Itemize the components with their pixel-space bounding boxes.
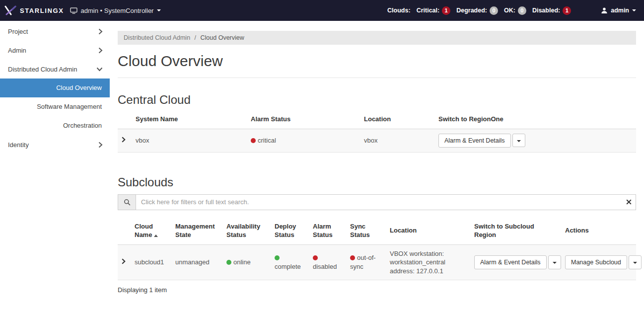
counter-critical-badge: 1 bbox=[442, 6, 450, 15]
alarm-event-details-dropdown-button[interactable] bbox=[548, 255, 561, 269]
counter-disabled-label: Disabled: bbox=[532, 7, 560, 14]
col-header-location: Location bbox=[386, 217, 470, 245]
system-monitor-icon bbox=[70, 7, 77, 14]
alarm-event-details-button[interactable]: Alarm & Event Details bbox=[474, 255, 547, 269]
central-cloud-heading: Central Cloud bbox=[118, 93, 636, 107]
alarm-status-text: critical bbox=[258, 137, 276, 144]
disabled-status-dot bbox=[313, 255, 318, 260]
counter-degraded-badge: 0 bbox=[490, 6, 498, 15]
starlingx-logo-icon bbox=[4, 5, 17, 15]
sidebar-item-identity[interactable]: Identity bbox=[0, 135, 110, 154]
sidebar-item-distributed-cloud-admin[interactable]: Distributed Cloud Admin bbox=[0, 60, 110, 79]
filter-input[interactable] bbox=[136, 194, 636, 210]
col-header-expand bbox=[118, 217, 131, 245]
counter-ok-badge: 0 bbox=[518, 6, 526, 15]
col-header-management-state: Management State bbox=[171, 217, 222, 245]
col-header-cloud-name[interactable]: Cloud Name bbox=[131, 217, 171, 245]
sidebar-item-admin[interactable]: Admin bbox=[0, 41, 110, 60]
cell-sync-status: out-of-sync bbox=[346, 244, 386, 280]
sidebar-item-label: Identity bbox=[8, 141, 29, 149]
col-header-system-name: System Name bbox=[132, 110, 247, 129]
cell-deploy-status: complete bbox=[271, 244, 309, 280]
topbar-status-area: Clouds: Critical: 1 Degraded: 0 OK: 0 Di… bbox=[387, 6, 636, 15]
counter-critical[interactable]: Critical: 1 bbox=[417, 6, 451, 15]
search-icon bbox=[124, 199, 131, 206]
search-button[interactable] bbox=[118, 194, 136, 210]
cell-alarm-status: critical bbox=[247, 129, 360, 152]
cell-system-name: vbox bbox=[132, 129, 247, 152]
sidebar-item-label: Orchestration bbox=[63, 122, 102, 129]
expand-row-icon[interactable] bbox=[122, 137, 126, 143]
subclouds-heading: Subclouds bbox=[118, 175, 636, 189]
topbar: STARLINGX admin • SystemController Cloud… bbox=[0, 0, 644, 21]
region-context-label: admin • SystemController bbox=[81, 7, 154, 14]
cell-switch-subcloud-region: Alarm & Event Details bbox=[470, 244, 561, 280]
cell-switch-regionone: Alarm & Event Details bbox=[434, 129, 636, 152]
cell-availability-status: online bbox=[222, 244, 271, 280]
brand[interactable]: STARLINGX bbox=[4, 5, 64, 15]
region-context-menu[interactable]: admin • SystemController bbox=[70, 7, 161, 14]
col-header-expand bbox=[118, 110, 132, 129]
page-title: Cloud Overview bbox=[118, 53, 636, 78]
sidebar-item-orchestration[interactable]: Orchestration bbox=[0, 116, 110, 135]
counter-disabled[interactable]: Disabled: 1 bbox=[532, 6, 571, 15]
complete-status-dot bbox=[275, 255, 280, 260]
subclouds-header-row: Cloud Name Management State Availability… bbox=[118, 217, 636, 245]
breadcrumb-separator: / bbox=[195, 34, 196, 41]
cell-management-state: unmanaged bbox=[171, 244, 222, 280]
manage-subcloud-button[interactable]: Manage Subcloud bbox=[565, 255, 627, 269]
chevron-down-icon bbox=[517, 140, 521, 142]
filter-bar bbox=[118, 194, 636, 210]
counter-ok-label: OK: bbox=[504, 7, 515, 14]
chevron-right-icon bbox=[98, 47, 103, 54]
col-header-switch-subcloud-region: Switch to Subcloud Region bbox=[470, 217, 561, 245]
col-header-actions: Actions bbox=[561, 217, 636, 245]
chevron-right-icon bbox=[98, 142, 103, 148]
col-header-alarm-status: Alarm Status bbox=[247, 110, 360, 129]
app-window: STARLINGX admin • SystemController Cloud… bbox=[0, 0, 644, 315]
sort-ascending-icon bbox=[154, 235, 158, 237]
sidebar-item-label: Distributed Cloud Admin bbox=[8, 66, 77, 73]
col-header-alarm-status: Alarm Status bbox=[309, 217, 346, 245]
counter-degraded[interactable]: Degraded: 0 bbox=[456, 6, 498, 15]
sidebar-item-software-management[interactable]: Software Management bbox=[0, 97, 110, 116]
deploy-status-text: complete bbox=[275, 263, 301, 270]
counter-critical-label: Critical: bbox=[417, 7, 440, 14]
col-header-sync-status: Sync Status bbox=[346, 217, 386, 245]
sidebar-item-project[interactable]: Project bbox=[0, 22, 110, 41]
user-icon bbox=[601, 7, 608, 14]
sidebar-item-cloud-overview[interactable]: Cloud Overview bbox=[0, 79, 110, 97]
counter-disabled-badge: 1 bbox=[563, 6, 571, 15]
brand-text: STARLINGX bbox=[20, 7, 64, 14]
clear-filter-icon[interactable] bbox=[626, 199, 632, 205]
central-cloud-header-row: System Name Alarm Status Location Switch… bbox=[118, 110, 636, 129]
counter-ok[interactable]: OK: 0 bbox=[504, 6, 526, 15]
sidebar-item-label: Project bbox=[8, 28, 28, 35]
cell-location: VBOX workstation: workstation_central ad… bbox=[386, 244, 470, 280]
chevron-down-icon bbox=[553, 262, 557, 264]
sidebar-item-label: Admin bbox=[8, 47, 26, 54]
manage-subcloud-dropdown-button[interactable] bbox=[629, 255, 642, 269]
col-header-switch-regionone: Switch to RegionOne bbox=[434, 110, 636, 129]
table-row: subcloud1 unmanaged online complete disa… bbox=[118, 244, 636, 280]
cell-alarm-status: disabled bbox=[309, 244, 346, 280]
chevron-down-icon bbox=[633, 262, 637, 264]
sidebar-item-label: Software Management bbox=[37, 103, 102, 110]
expand-row-icon[interactable] bbox=[122, 258, 126, 264]
sidebar: Project Admin Distributed Cloud Admin Cl… bbox=[0, 21, 110, 315]
cell-actions: Manage Subcloud bbox=[561, 244, 636, 280]
user-menu[interactable]: admin bbox=[601, 7, 636, 14]
online-status-dot bbox=[226, 260, 231, 265]
central-cloud-table: System Name Alarm Status Location Switch… bbox=[118, 110, 636, 153]
cell-cloud-name: subcloud1 bbox=[131, 244, 171, 280]
alarm-status-text: disabled bbox=[313, 263, 337, 270]
chevron-down-icon bbox=[157, 9, 161, 11]
out-of-sync-status-dot bbox=[350, 255, 355, 260]
chevron-down-icon bbox=[632, 9, 636, 11]
breadcrumb-parent[interactable]: Distributed Cloud Admin bbox=[124, 34, 190, 41]
table-footer: Displaying 1 item bbox=[118, 286, 636, 294]
col-header-deploy-status: Deploy Status bbox=[271, 217, 309, 245]
alarm-event-details-button[interactable]: Alarm & Event Details bbox=[438, 134, 511, 148]
alarm-event-details-dropdown-button[interactable] bbox=[512, 134, 525, 148]
col-header-availability-status: Availability Status bbox=[222, 217, 271, 245]
